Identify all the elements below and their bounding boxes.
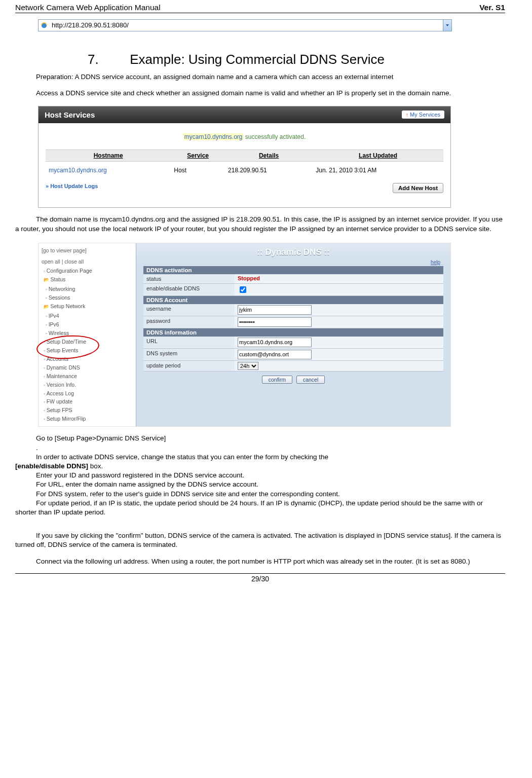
doc-header: Network Camera Web Application Manual Ve… (15, 0, 505, 13)
para-save: If you save by clicking the "confirm" bu… (15, 531, 505, 549)
config-title: :: Dynamic DNS :: (136, 243, 450, 260)
cfg-lab: update period (143, 361, 235, 371)
page-number: 29/30 (15, 575, 505, 583)
cfg-row-url: URL (143, 337, 443, 349)
tree-viewer-link[interactable]: [go to viewer page] (42, 246, 134, 254)
cell-service: Host (171, 162, 225, 179)
para-url: For URL, enter the domain name assigned … (15, 480, 505, 489)
cfg-lab: password (143, 316, 235, 328)
para-connect: Connect via the following url address. W… (15, 557, 505, 566)
up-arrow-icon: ↑ (406, 112, 409, 118)
dyndns-screenshot: Host Services ↑ My Services mycam10.dynd… (38, 106, 451, 208)
cfg-sec-info: DDNS information (143, 328, 443, 337)
para-idpw: Enter your ID and password registered in… (15, 471, 505, 480)
dyndns-title: Host Services (45, 110, 95, 119)
heading-num: 7. (109, 52, 126, 67)
cfg-row-status: status Stopped (143, 274, 443, 284)
tree-item[interactable]: Access Log (44, 389, 134, 398)
doc-footer: 29/30 (15, 573, 505, 583)
cell-details: 218.209.90.51 (225, 162, 313, 179)
tree-openall[interactable]: open all | close all (42, 257, 134, 266)
tree-item[interactable]: Setup Mirror/Flip (44, 415, 134, 423)
table-row: mycam10.dyndns.org Host 218.209.90.51 Ju… (46, 162, 443, 179)
cfg-row-upd: update period 24h (143, 361, 443, 372)
tree-item[interactable]: Dynamic DNS (44, 363, 134, 372)
ie-icon (39, 20, 50, 31)
th-details: Details (225, 150, 313, 162)
config-screenshot: [go to viewer page] open all | close all… (38, 243, 451, 427)
cfg-lab: DNS system (143, 349, 235, 360)
cfg-row-dns: DNS system (143, 349, 443, 361)
tree-item[interactable]: IPv6 (46, 320, 134, 329)
table-header-row: Hostname Service Details Last Updated (46, 150, 443, 162)
cfg-status-val: Stopped (238, 275, 260, 281)
th-updated: Last Updated (313, 150, 443, 162)
config-main: :: Dynamic DNS :: help DDNS activation s… (136, 243, 450, 426)
tree-item[interactable]: Networking (46, 285, 134, 293)
cfg-lab: status (143, 274, 235, 283)
activated-tail: successfully activated. (244, 133, 306, 140)
para-domain: The domain name is mycam10.dyndns.org an… (15, 215, 505, 233)
password-input[interactable] (238, 317, 312, 327)
section-heading: 7. Example: Using Commercial DDNS Servic… (109, 52, 505, 67)
config-tree: [go to viewer page] open all | close all… (39, 243, 136, 426)
config-help-link[interactable]: help (136, 260, 450, 265)
tree-status[interactable]: Status (44, 275, 134, 284)
url-input[interactable] (238, 338, 312, 347)
header-right: Ver. S1 (479, 3, 505, 12)
my-services-text[interactable]: My Services (410, 112, 440, 118)
tree-item[interactable]: FW update (44, 397, 134, 406)
cfg-lab: enable/disable DDNS (143, 284, 235, 295)
cfg-row-pass: password (143, 316, 443, 328)
activation-message: mycam10.dyndns.org successfully activate… (46, 133, 443, 140)
cfg-sec-account: DDNS Account (143, 296, 443, 304)
para-enable: In order to activate DDNS service, chang… (15, 453, 505, 471)
dns-system-input[interactable] (238, 350, 312, 359)
add-new-host-button[interactable]: Add New Host (393, 183, 443, 193)
cell-updated: Jun. 21, 2010 3:01 AM (313, 162, 443, 179)
cell-hostname[interactable]: mycam10.dyndns.org (46, 162, 171, 179)
tree-item[interactable]: Setup FPS (44, 406, 134, 415)
tree-network[interactable]: Setup Network (44, 302, 134, 311)
username-input[interactable] (238, 305, 312, 315)
th-service: Service (171, 150, 225, 162)
header-left: Network Camera Web Application Manual (15, 3, 161, 12)
para-prep: Preparation: A DDNS service account, an … (15, 72, 505, 82)
dyndns-titlebar: Host Services ↑ My Services (39, 106, 450, 123)
cfg-row-enable: enable/disable DDNS (143, 284, 443, 296)
host-table: Hostname Service Details Last Updated my… (46, 150, 443, 179)
host-update-logs-link[interactable]: » Host Update Logs (46, 183, 98, 193)
my-services-link[interactable]: ↑ My Services (402, 110, 444, 119)
cancel-button[interactable]: cancel (296, 376, 325, 384)
enable-ddns-checkbox[interactable] (240, 286, 246, 293)
th-hostname: Hostname (46, 150, 171, 162)
tree-item[interactable]: IPv4 (46, 312, 134, 320)
cfg-sec-activation: DDNS activation (143, 266, 443, 274)
cfg-row-user: username (143, 304, 443, 316)
browser-address-bar: http://218.209.90.51:8080/ (38, 19, 452, 31)
tree-item[interactable]: Maintenance (44, 372, 134, 381)
tree-item[interactable]: Sessions (46, 293, 134, 302)
confirm-button[interactable]: confirm (262, 376, 292, 384)
para-dns: For DNS system, refer to the user's guid… (15, 490, 505, 499)
cfg-lab: username (143, 304, 235, 316)
tree-item[interactable]: Version Info. (44, 381, 134, 389)
address-dropdown[interactable] (443, 20, 451, 31)
para-upd: For update period, if an IP is static, t… (15, 499, 505, 517)
chevron-down-icon (445, 23, 449, 27)
update-period-select[interactable]: 24h (238, 362, 258, 370)
tree-root[interactable]: Configuration Page (44, 267, 134, 275)
cfg-lab: URL (143, 337, 235, 348)
para-goto: Go to [Setup Page>Dynamic DNS Service] (15, 434, 505, 443)
para-dot: . (15, 443, 505, 453)
heading-title: Example: Using Commercial DDNS Service (130, 52, 385, 67)
para-access: Access a DDNS service site and check whe… (15, 89, 505, 98)
activated-host: mycam10.dyndns.org (183, 133, 244, 140)
address-url[interactable]: http://218.209.90.51:8080/ (50, 20, 443, 31)
enable-bold: [enable/disable DDNS] (15, 462, 88, 470)
